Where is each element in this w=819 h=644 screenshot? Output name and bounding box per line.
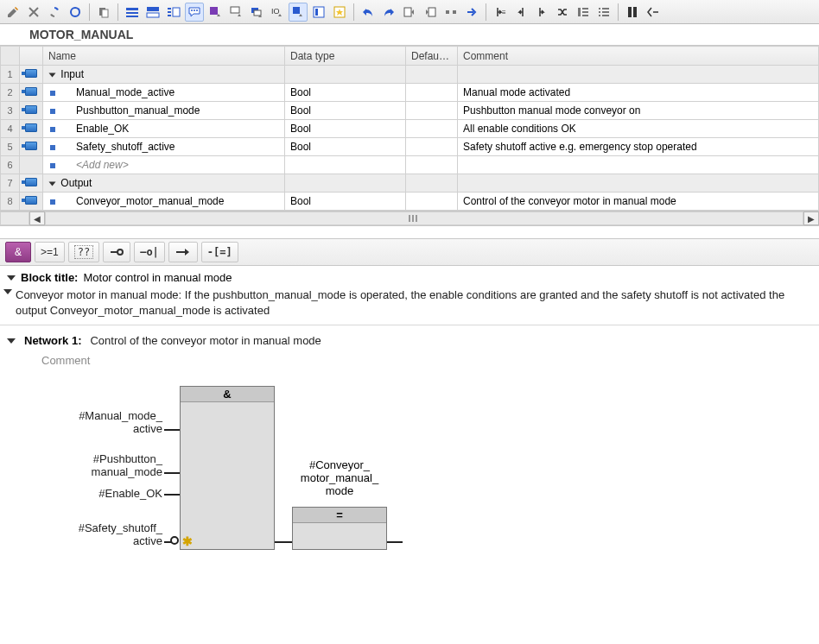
block-title-text[interactable]: Motor control in manual mode xyxy=(83,271,232,284)
tb-columns-icon[interactable] xyxy=(623,3,642,22)
tb-nav-right-icon[interactable] xyxy=(532,3,551,22)
fbd-reset-button[interactable]: –o| xyxy=(134,242,165,262)
row-name[interactable]: Input xyxy=(43,66,285,84)
tb-dash-icon[interactable] xyxy=(441,3,460,22)
row-comment[interactable]: Safety shutoff active e.g. emergency sto… xyxy=(458,138,819,156)
tb-goto-left-icon[interactable] xyxy=(400,3,419,22)
tb-settings-down-icon[interactable] xyxy=(206,3,225,22)
tb-view2-icon[interactable] xyxy=(143,3,162,22)
row-comment[interactable]: Pushbutton manual mode conveyor on xyxy=(458,102,819,120)
tb-view1-icon[interactable] xyxy=(123,3,142,22)
tb-undo-icon[interactable] xyxy=(359,3,378,22)
iface-hscroll[interactable]: ◀ ▶ xyxy=(0,211,819,226)
row-default[interactable] xyxy=(406,102,458,120)
tb-list2-icon[interactable] xyxy=(594,3,613,22)
tb-copy-icon[interactable] xyxy=(94,3,113,22)
network-comment[interactable]: Comment xyxy=(7,347,812,377)
iface-row[interactable]: 6<Add new> xyxy=(1,156,819,174)
row-name[interactable]: Enable_OK xyxy=(43,120,285,138)
row-default[interactable] xyxy=(406,120,458,138)
row-dtype[interactable] xyxy=(285,66,406,84)
comment-collapse-icon[interactable] xyxy=(3,289,12,294)
tb-expand-icon[interactable] xyxy=(644,3,663,22)
tb-view3-icon[interactable] xyxy=(164,3,183,22)
iface-row[interactable]: 2Manual_mode_activeBoolManual mode activ… xyxy=(1,84,819,102)
assign-block[interactable]: = xyxy=(292,507,387,550)
tb-io-down-icon[interactable]: IO xyxy=(268,3,287,22)
iface-row[interactable]: 8Conveyor_motor_manual_modeBoolControl o… xyxy=(1,193,819,211)
fbd-empty-button[interactable]: ?? xyxy=(68,242,99,262)
row-name[interactable]: Conveyor_motor_manual_mode xyxy=(43,193,285,211)
tb-align-icon[interactable] xyxy=(309,3,328,22)
row-dtype[interactable]: Bool xyxy=(285,120,406,138)
tb-monitor-down-icon[interactable] xyxy=(226,3,245,22)
row-comment[interactable]: Manual mode activated xyxy=(458,84,819,102)
row-dtype[interactable] xyxy=(285,174,406,193)
tb-list1-icon[interactable] xyxy=(574,3,593,22)
collapse-icon[interactable] xyxy=(7,275,16,281)
iface-row[interactable]: 5Safety_shutoff_activeBoolSafety shutoff… xyxy=(1,138,819,156)
negation-icon[interactable] xyxy=(170,536,179,545)
block-title-row[interactable]: Block title: Motor control in manual mod… xyxy=(0,266,819,286)
tb-comment-icon[interactable] xyxy=(185,3,204,22)
fbd-and-button[interactable]: & xyxy=(5,242,31,262)
tb-nav-left-icon[interactable] xyxy=(511,3,530,22)
tb-shuffle-icon[interactable] xyxy=(553,3,572,22)
fbd-not-button[interactable] xyxy=(103,242,130,262)
row-dtype[interactable]: Bool xyxy=(285,102,406,120)
hdr-name[interactable]: Name xyxy=(43,47,285,66)
row-dtype[interactable] xyxy=(285,156,406,174)
hdr-default[interactable]: Defau… xyxy=(406,47,458,66)
block-comment[interactable]: Conveyor motor in manual mode: If the pu… xyxy=(0,286,819,325)
iface-row[interactable]: 3Pushbutton_manual_modeBoolPushbutton ma… xyxy=(1,102,819,120)
row-default[interactable] xyxy=(406,138,458,156)
hscroll-right-icon[interactable]: ▶ xyxy=(803,212,819,225)
fbd-branch-button[interactable]: -[=] xyxy=(201,242,238,262)
row-comment[interactable] xyxy=(458,174,819,193)
hscroll-track[interactable] xyxy=(45,212,803,225)
tb-favorite-icon[interactable] xyxy=(330,3,349,22)
network-header[interactable]: Network 1: Control of the conveyor motor… xyxy=(7,334,812,347)
tb-sync-icon[interactable] xyxy=(45,3,64,22)
hdr-dtype[interactable]: Data type xyxy=(285,47,406,66)
fbd-diagram[interactable]: & = #Conveyor_motor_manual_mode #Manual_… xyxy=(16,377,812,576)
tb-goto-right-icon[interactable] xyxy=(421,3,440,22)
row-dtype[interactable]: Bool xyxy=(285,84,406,102)
fbd-or-button[interactable]: >=1 xyxy=(35,242,65,262)
network-title[interactable]: Control of the conveyor motor in manual … xyxy=(90,334,321,347)
and-block[interactable]: & xyxy=(180,386,275,550)
row-default[interactable] xyxy=(406,174,458,193)
wire xyxy=(164,494,180,496)
fbd-jump-button[interactable] xyxy=(168,242,198,262)
row-default[interactable] xyxy=(406,84,458,102)
hscroll-left-icon[interactable]: ◀ xyxy=(29,212,45,225)
iface-row[interactable]: 4Enable_OKBoolAll enable conditions OK xyxy=(1,120,819,138)
row-default[interactable] xyxy=(406,156,458,174)
row-comment[interactable] xyxy=(458,66,819,84)
tb-edit-icon[interactable] xyxy=(3,3,22,22)
row-default[interactable] xyxy=(406,66,458,84)
row-name[interactable]: Safety_shutoff_active xyxy=(43,138,285,156)
row-name[interactable]: <Add new> xyxy=(43,156,285,174)
tb-bracket-in-icon[interactable]: ≡ xyxy=(491,3,510,22)
insert-star-icon[interactable]: ✱ xyxy=(182,534,193,548)
row-name[interactable]: Pushbutton_manual_mode xyxy=(43,102,285,120)
row-dtype[interactable]: Bool xyxy=(285,193,406,211)
row-default[interactable] xyxy=(406,193,458,211)
row-comment[interactable]: All enable conditions OK xyxy=(458,120,819,138)
tb-delete-icon[interactable] xyxy=(24,3,43,22)
row-comment[interactable]: Control of the conveyor motor in manual … xyxy=(458,193,819,211)
tb-arrow-right-icon[interactable] xyxy=(462,3,481,22)
tb-offset-down-icon[interactable] xyxy=(247,3,266,22)
hdr-comment[interactable]: Comment xyxy=(458,47,819,66)
iface-row[interactable]: 7 Output xyxy=(1,174,819,193)
row-comment[interactable] xyxy=(458,156,819,174)
tb-redo-icon[interactable] xyxy=(379,3,398,22)
row-name[interactable]: Manual_mode_active xyxy=(43,84,285,102)
row-dtype[interactable]: Bool xyxy=(285,138,406,156)
tb-export-down-icon[interactable] xyxy=(289,3,308,22)
network-collapse-icon[interactable] xyxy=(7,338,16,344)
tb-refresh-icon[interactable] xyxy=(66,3,85,22)
row-name[interactable]: Output xyxy=(43,174,285,193)
iface-row[interactable]: 1 Input xyxy=(1,66,819,84)
